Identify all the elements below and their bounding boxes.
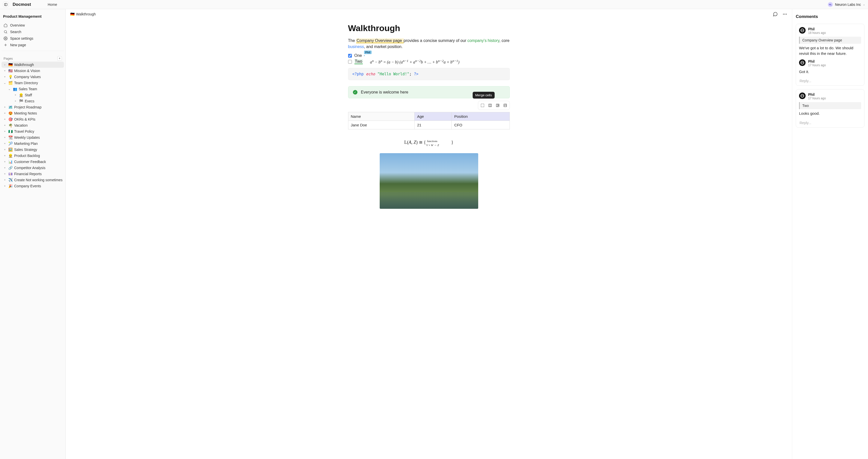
page-tree-item[interactable]: •✈️Create Not working sometimes (1, 177, 64, 183)
th-position[interactable]: Position (452, 112, 509, 121)
merge-cells-button[interactable] (479, 102, 486, 109)
th-name[interactable]: Name (348, 112, 414, 121)
page-tree-item[interactable]: •🎾Marketing Plan (1, 141, 64, 147)
page-tree-item[interactable]: ⌄👥Sales Team (1, 86, 64, 92)
bullet-icon[interactable]: • (13, 99, 17, 103)
split-col-button[interactable] (487, 102, 493, 109)
reply-input[interactable]: Reply... (799, 77, 861, 84)
page-tree-item[interactable]: •🏁Execs (1, 98, 64, 104)
sidebar-search[interactable]: Search (1, 29, 64, 35)
page-tree-item[interactable]: ⌄🗂️Team Directory (1, 80, 64, 86)
bullet-icon[interactable]: • (3, 75, 6, 79)
td-age[interactable]: 21 (414, 121, 452, 130)
comment-thread[interactable]: Phil18 hours agoCompany Overview pageWe'… (796, 24, 865, 86)
page-tree-item[interactable]: •🗺️Project Roadmap (1, 104, 64, 110)
page-label: Sales Strategy (14, 148, 63, 152)
page-tree-item[interactable]: •💷Financial Reports (1, 171, 64, 177)
page-tree-item[interactable]: •💡Company Values (1, 74, 64, 80)
page-tree-item[interactable]: •👷Product Backlog (1, 153, 64, 159)
comment-thread[interactable]: Phil17 hours agoTwoLooks good.Reply... (796, 89, 865, 127)
check-two-label[interactable]: Two (354, 59, 363, 64)
inline-math[interactable]: an − bn = (a − b) (an−1 + an−2b + … + bn… (370, 59, 460, 64)
comments-icon[interactable] (773, 11, 778, 17)
delete-row-button[interactable] (502, 102, 508, 109)
svg-point-7 (783, 13, 784, 15)
sidebar-new-page[interactable]: New page (1, 42, 64, 48)
bullet-icon[interactable]: • (3, 69, 6, 73)
page-tree-item[interactable]: •🎉Company Events (1, 183, 64, 189)
bullet-icon[interactable]: • (13, 93, 17, 97)
page-tree-item[interactable]: •🖼️Sales Strategy (1, 147, 64, 153)
data-table[interactable]: Name Age Position Jane Doe 21 CFO (348, 112, 510, 130)
sidebar-overview[interactable]: Overview (1, 22, 64, 29)
editor-area: 🇩🇪 Walkthrough Walkthrough The Company O… (66, 9, 792, 459)
code-block[interactable]: <?php echo "Hello World!"; ?> (348, 68, 510, 80)
table-header-row: Name Age Position (348, 112, 509, 121)
bullet-icon[interactable]: • (3, 111, 6, 115)
page-emoji: 💡 (8, 75, 12, 79)
comment-body: Got it. (799, 69, 861, 75)
math-block[interactable]: L(A, Z) ≅ { functionsV × W → Z } (348, 140, 510, 146)
svg-point-2 (4, 31, 6, 33)
page-emoji: 🎉 (8, 184, 12, 188)
space-title[interactable]: Product Management (1, 12, 64, 22)
bullet-icon[interactable]: • (3, 130, 6, 134)
checkbox-two[interactable] (348, 60, 352, 64)
bullet-icon[interactable]: • (3, 154, 6, 158)
checkbox-one[interactable] (348, 54, 352, 58)
page-label: Company Values (14, 75, 63, 79)
page-label: Staff (25, 93, 63, 97)
brand-logo[interactable]: Docmost (12, 2, 31, 7)
search-icon (3, 30, 7, 34)
page-tree-item[interactable]: •📊Customer Feedback (1, 159, 64, 165)
page-tree-item[interactable]: •🌴Vacation (1, 122, 64, 128)
bullet-icon[interactable]: • (3, 105, 6, 109)
bullet-icon[interactable]: • (3, 160, 6, 164)
breadcrumb[interactable]: 🇩🇪 Walkthrough (70, 12, 96, 16)
check-one-label[interactable]: One (354, 53, 362, 58)
org-switcher[interactable]: NL Neuron Labs Inc ⌄ (828, 2, 865, 7)
caret-icon[interactable]: › (3, 63, 6, 66)
page-tree-item[interactable]: •🇺🇸Mission & Vision (1, 68, 64, 74)
page-tree-item[interactable]: •📆Weekly Updates (1, 135, 64, 141)
bullet-icon[interactable]: • (3, 148, 6, 152)
sidebar-overview-label: Overview (10, 23, 25, 27)
sidebar-settings[interactable]: Space settings (1, 35, 64, 42)
bullet-icon[interactable]: • (3, 184, 6, 188)
intro-paragraph[interactable]: The Company Overview page provides a con… (348, 38, 510, 50)
caret-icon[interactable]: ⌄ (3, 81, 6, 85)
th-age[interactable]: Age (414, 112, 452, 121)
link-business[interactable]: business (348, 45, 364, 49)
more-icon[interactable] (782, 11, 787, 17)
page-emoji: 🎾 (8, 142, 12, 146)
sidebar-toggle-button[interactable] (3, 2, 8, 7)
bullet-icon[interactable]: • (3, 123, 6, 127)
topbar: Docmost Home NL Neuron Labs Inc ⌄ (0, 0, 868, 9)
page-tree-item[interactable]: •👷Staff (1, 92, 64, 98)
embedded-image[interactable] (380, 153, 478, 209)
delete-col-button[interactable] (494, 102, 501, 109)
page-tree-item[interactable]: •🇳🇬Travel Policy (1, 128, 64, 135)
link-history[interactable]: company's history (467, 38, 499, 43)
bullet-icon[interactable]: • (3, 172, 6, 176)
nav-home-link[interactable]: Home (48, 2, 57, 6)
comment-quote: Two (799, 102, 861, 109)
td-name[interactable]: Jane Doe (348, 121, 414, 130)
reply-input[interactable]: Reply... (799, 119, 861, 126)
page-label: Meeting Notes (14, 111, 63, 115)
page-tree-item[interactable]: •🎯OKRs & KPIs (1, 116, 64, 122)
page-tree-item[interactable]: ›🇩🇪Walkthrough (1, 62, 64, 68)
page-tree-item[interactable]: •😍Meeting Notes (1, 110, 64, 116)
bullet-icon[interactable]: • (3, 136, 6, 140)
page-emoji: 👥 (12, 87, 17, 91)
page-tree-item[interactable]: •🔗Competitor Analysis (1, 165, 64, 171)
bullet-icon[interactable]: • (3, 142, 6, 146)
page-title[interactable]: Walkthrough (348, 23, 510, 33)
bullet-icon[interactable]: • (3, 166, 6, 170)
page-emoji: 🇳🇬 (8, 130, 12, 134)
td-position[interactable]: CFO (452, 121, 509, 130)
bullet-icon[interactable]: • (3, 117, 6, 121)
caret-icon[interactable]: ⌄ (7, 87, 11, 91)
add-page-button[interactable]: + (57, 56, 62, 61)
bullet-icon[interactable]: • (3, 178, 6, 182)
